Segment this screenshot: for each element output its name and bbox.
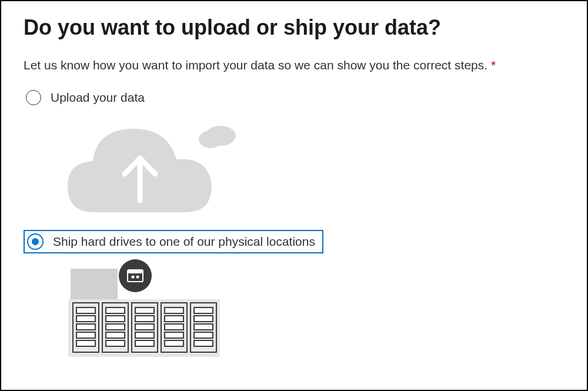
svg-rect-33 [165,340,183,346]
svg-rect-13 [76,324,95,330]
cloud-upload-icon [65,112,564,224]
svg-rect-3 [71,269,118,301]
svg-rect-18 [106,316,125,322]
svg-rect-26 [135,332,154,338]
svg-rect-21 [106,340,125,346]
svg-rect-23 [135,308,154,313]
page-subtitle: Let us know how you want to import your … [24,58,564,72]
svg-rect-20 [106,332,125,338]
svg-rect-29 [165,308,183,313]
svg-rect-14 [76,332,95,338]
svg-point-9 [136,276,139,279]
svg-rect-30 [165,316,183,322]
svg-rect-32 [165,332,183,338]
svg-rect-17 [106,308,125,313]
svg-rect-31 [165,324,183,330]
import-data-step: Do you want to upload or ship your data?… [0,0,588,391]
svg-point-1 [199,131,222,148]
svg-rect-36 [194,316,213,322]
subtitle-text: Let us know how you want to import your … [24,58,487,72]
svg-rect-35 [194,308,213,313]
required-indicator: * [491,58,496,72]
svg-rect-37 [194,324,213,330]
page-title: Do you want to upload or ship your data? [24,14,564,41]
svg-rect-7 [128,270,143,273]
svg-rect-27 [135,340,154,346]
svg-point-8 [132,276,135,279]
svg-rect-25 [135,324,154,330]
svg-rect-15 [76,340,95,346]
option-ship[interactable]: Ship hard drives to one of our physical … [24,230,323,253]
option-upload[interactable]: Upload your data [24,86,564,109]
svg-rect-38 [194,332,213,338]
svg-rect-19 [106,324,125,330]
svg-rect-12 [76,316,95,322]
svg-rect-24 [135,316,154,322]
svg-point-5 [119,259,152,292]
option-upload-label: Upload your data [51,91,145,105]
radio-upload[interactable] [26,90,41,105]
svg-rect-39 [194,340,213,346]
datacenter-icon [65,257,564,357]
radio-ship[interactable] [27,233,44,250]
svg-rect-11 [76,308,95,313]
option-ship-label: Ship hard drives to one of our physical … [53,235,315,249]
